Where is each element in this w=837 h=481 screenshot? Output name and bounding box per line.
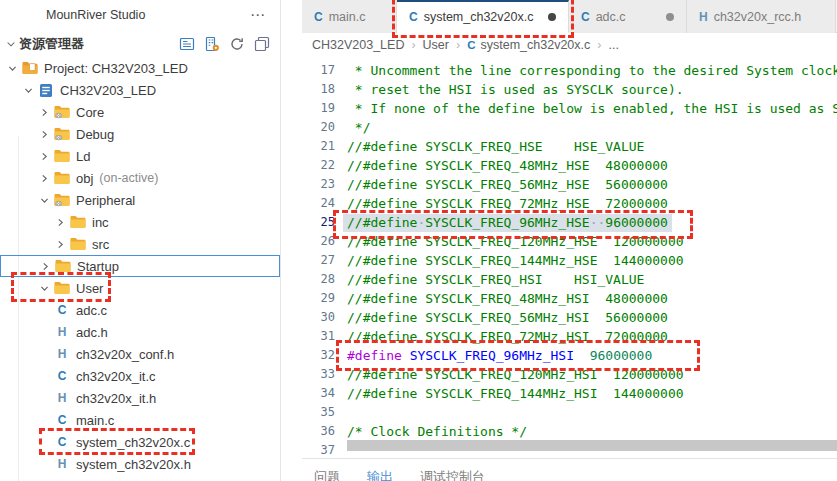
code-line-33[interactable]: 33//#define SYSCLK_FREQ_120MHz_HSI 12000… (302, 365, 837, 384)
tree-item-user[interactable]: User (0, 277, 280, 299)
line-number[interactable]: 28 (302, 270, 335, 289)
tree-item-adc-c[interactable]: Cadc.c (0, 299, 280, 321)
breadcrumb-item-user[interactable]: User (423, 38, 449, 52)
code-line-35[interactable]: 35 (302, 403, 837, 422)
tree-item-src[interactable]: src (0, 233, 280, 255)
code-line-28[interactable]: 28//#define SYSCLK_FREQ_HSI HSI_VALUE (302, 270, 837, 289)
chevron-collapsed-icon (36, 173, 52, 184)
tree-item-startup[interactable]: Startup (0, 255, 280, 277)
line-number[interactable]: 35 (302, 403, 335, 422)
line-number[interactable]: 33 (302, 365, 335, 384)
code-line-23[interactable]: 23//#define SYSCLK_FREQ_56MHz_HSE 560000… (302, 175, 837, 194)
breadcrumb-item-ch32v203-led[interactable]: CH32V203_LED (312, 38, 404, 52)
line-number[interactable]: 24 (302, 194, 335, 213)
tree-item-label: Core (76, 105, 104, 120)
tree-item-core[interactable]: Core (0, 101, 280, 123)
breadcrumb-item-[interactable]: ... (608, 38, 618, 52)
h-file-icon: H (52, 457, 72, 471)
collapse-all-icon[interactable] (254, 36, 270, 52)
code-line-19[interactable]: 19 * If none of the define below is enab… (302, 99, 837, 118)
line-number[interactable]: 18 (302, 80, 335, 99)
panel-tab-输出[interactable]: 输出 (367, 468, 393, 481)
tree-item-ld[interactable]: Ld (0, 145, 280, 167)
c-file-icon: C (581, 10, 590, 24)
code-line-32[interactable]: 32#define SYSCLK_FREQ_96MHz_HSI 96000000 (302, 346, 837, 365)
code-line-34[interactable]: 34//#define SYSCLK_FREQ_144MHz_HSI 14400… (302, 384, 837, 403)
line-content: //#define SYSCLK_FREQ_48MHz_HSE 48000000 (347, 156, 668, 175)
chevron-collapsed-icon (36, 129, 52, 140)
chevron-collapsed-icon (52, 217, 68, 228)
line-number[interactable]: 20 (302, 118, 335, 137)
tree-item-obj[interactable]: obj(on-active) (0, 167, 280, 189)
tree-item-ch32v20x-conf-h[interactable]: Hch32v20x_conf.h (0, 343, 280, 365)
horizontal-scrollbar[interactable] (347, 440, 837, 451)
breadcrumb-label: system_ch32v20x.c (480, 38, 590, 52)
line-number[interactable]: 21 (302, 137, 335, 156)
code-line-31[interactable]: 31//#define SYSCLK_FREQ_72MHz_HSI 720000… (302, 327, 837, 346)
tree-item-peripheral[interactable]: Peripheral (0, 189, 280, 211)
tab-system-ch32v20x-c[interactable]: Csystem_ch32v20x.c (397, 0, 569, 33)
code-line-36[interactable]: 36/* Clock Definitions */ (302, 422, 837, 441)
project-doc-icon (36, 83, 56, 98)
line-number[interactable]: 36 (302, 422, 335, 441)
tree-item-label: inc (92, 215, 109, 230)
code-line-21[interactable]: 21//#define SYSCLK_FREQ_HSE HSE_VALUE (302, 137, 837, 156)
line-number[interactable]: 32 (302, 346, 335, 365)
line-content: //#define SYSCLK_FREQ_56MHz_HSE 56000000 (347, 175, 668, 194)
code-line-27[interactable]: 27//#define SYSCLK_FREQ_144MHz_HSE 14400… (302, 251, 837, 270)
code-line-17[interactable]: 17 * Uncomment the line corresponding to… (302, 61, 837, 80)
line-content: //#define SYSCLK_FREQ_HSI HSI_VALUE (347, 270, 644, 289)
line-number[interactable]: 29 (302, 289, 335, 308)
line-number[interactable]: 22 (302, 156, 335, 175)
explorer-header[interactable]: 资源管理器 (0, 30, 280, 57)
line-content: * Uncomment the line corresponding to th… (347, 61, 837, 80)
line-number[interactable]: 37 (302, 441, 335, 458)
code-line-26[interactable]: 26//#define SYSCLK_FREQ_120MHz_HSE 12000… (302, 232, 837, 251)
panel-tab-调试控制台[interactable]: 调试控制台 (420, 468, 485, 481)
line-number[interactable]: 17 (302, 61, 335, 80)
tab-ch32v20x-rcc-h[interactable]: Hch32v20x_rcc.h (687, 0, 836, 33)
line-number[interactable]: 19 (302, 99, 335, 118)
unsaved-dot-icon[interactable] (548, 13, 556, 21)
unsaved-dot-icon[interactable] (666, 13, 674, 21)
tree-item-main-c[interactable]: Cmain.c (0, 409, 280, 431)
tab-main-c[interactable]: Cmain.c (302, 0, 397, 33)
tree-item-ch32v20x-it-c[interactable]: Cch32v20x_it.c (0, 365, 280, 387)
tree-item-system-ch32v20x-c[interactable]: Csystem_ch32v20x.c (0, 431, 280, 453)
tree-item-inc[interactable]: inc (0, 211, 280, 233)
line-number[interactable]: 31 (302, 327, 335, 346)
tree-item-ch32v20x-it-h[interactable]: Hch32v20x_it.h (0, 387, 280, 409)
build-settings-icon[interactable] (204, 36, 220, 52)
code-line-30[interactable]: 30//#define SYSCLK_FREQ_56MHz_HSI 560000… (302, 308, 837, 327)
code-line-25[interactable]: 25//#define·SYSCLK_FREQ_96MHz_HSE··96000… (302, 213, 837, 232)
tree-item-label: User (76, 281, 103, 296)
breadcrumb-item-system-ch32v20x-c[interactable]: Csystem_ch32v20x.c (467, 38, 590, 52)
more-actions-icon[interactable]: ⋯ (250, 10, 266, 20)
code-line-24[interactable]: 24//#define SYSCLK_FREQ_72MHz_HSE 720000… (302, 194, 837, 213)
open-editors-icon[interactable] (179, 36, 195, 52)
line-number[interactable]: 26 (302, 232, 335, 251)
tree-item-ch32v203-led[interactable]: CH32V203_LED (0, 79, 280, 101)
code-line-29[interactable]: 29//#define SYSCLK_FREQ_48MHz_HSI 480000… (302, 289, 837, 308)
line-number[interactable]: 27 (302, 251, 335, 270)
line-number[interactable]: 30 (302, 308, 335, 327)
code-line-18[interactable]: 18 * reset the HSI is used as SYSCLK sou… (302, 80, 837, 99)
line-number[interactable]: 25 (302, 213, 335, 232)
explorer-actions (179, 36, 270, 52)
tab-adc-c[interactable]: Cadc.c (569, 0, 687, 33)
code-line-20[interactable]: 20 */ (302, 118, 837, 137)
code-line-22[interactable]: 22//#define SYSCLK_FREQ_48MHz_HSE 480000… (302, 156, 837, 175)
tree-item-debug[interactable]: Debug (0, 123, 280, 145)
line-number[interactable]: 34 (302, 384, 335, 403)
chevron-down-icon (3, 38, 19, 50)
panel-tab-问题[interactable]: 问题 (314, 468, 340, 481)
tree-item-label: Peripheral (76, 193, 135, 208)
tree-item-system-ch32v20x-h[interactable]: Hsystem_ch32v20x.h (0, 453, 280, 475)
line-number[interactable]: 23 (302, 175, 335, 194)
tree-item-project-ch32v203-led[interactable]: Project: CH32V203_LED (0, 57, 280, 79)
breadcrumb-separator: › (597, 38, 601, 52)
code-editor[interactable]: 17 * Uncomment the line corresponding to… (302, 57, 837, 458)
tree-item-adc-h[interactable]: Hadc.h (0, 321, 280, 343)
editor-group: Cmain.cCsystem_ch32v20x.cCadc.cHch32v20x… (302, 0, 837, 481)
refresh-icon[interactable] (229, 36, 245, 52)
